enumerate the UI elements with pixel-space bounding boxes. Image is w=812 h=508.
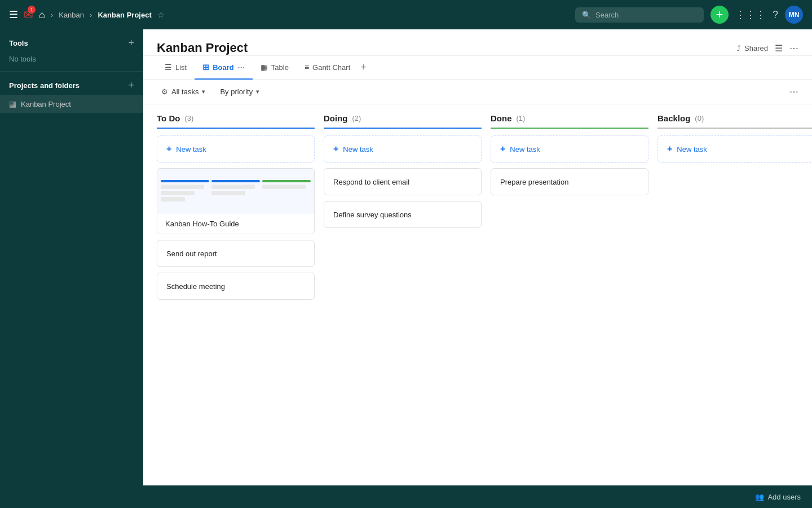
gantt-tab-icon: ≡ <box>304 63 309 72</box>
column-done-header: Done (1) <box>491 113 648 129</box>
column-todo: To Do (3) + New task <box>157 113 315 305</box>
tabs-bar: ☰ List ⊞ Board ⋯ ▦ Table ≡ Gantt Chart + <box>143 56 812 80</box>
tools-section-header: Tools + <box>0 29 143 52</box>
card-define-survey[interactable]: Define survey questions <box>324 201 482 228</box>
column-done-title: Done <box>491 113 512 123</box>
column-doing-header: Doing (2) <box>324 113 482 129</box>
tools-empty-label: No tools <box>0 52 143 71</box>
mail-badge[interactable]: ✉ 1 <box>24 8 33 21</box>
home-icon[interactable]: ⌂ <box>39 9 45 21</box>
column-doing-count: (2) <box>352 114 361 122</box>
kanban-board: To Do (3) + New task <box>143 104 812 485</box>
filter-label: All tasks <box>171 87 198 96</box>
tab-table[interactable]: ▦ Table <box>253 56 297 80</box>
project-icon: ▦ <box>9 99 16 108</box>
top-navigation: ☰ ✉ 1 ⌂ › Kanban › Kanban Project ☆ 🔍 + … <box>0 0 812 29</box>
new-task-todo[interactable]: + New task <box>157 135 315 163</box>
toolbar-more-icon[interactable]: ⋯ <box>789 86 798 97</box>
new-task-backlog[interactable]: + New task <box>657 135 812 163</box>
search-bar[interactable]: 🔍 <box>575 7 704 23</box>
column-todo-count: (3) <box>184 114 193 122</box>
card-define-survey-title: Define survey questions <box>333 211 412 219</box>
card-respond-client-email-title: Respond to client email <box>333 178 409 186</box>
new-task-done-label: New task <box>510 145 540 154</box>
tab-list[interactable]: ☰ List <box>157 56 195 80</box>
column-backlog-count: (0) <box>695 114 704 122</box>
search-icon: 🔍 <box>582 11 591 19</box>
tools-add-button[interactable]: + <box>128 37 134 49</box>
projects-section-header: Projects and folders + <box>0 72 143 95</box>
project-title: Kanban Project <box>157 41 248 55</box>
new-task-done[interactable]: + New task <box>491 135 648 163</box>
new-task-done-plus-icon: + <box>500 144 505 154</box>
column-doing: Doing (2) + New task Respond to client e… <box>324 113 482 234</box>
column-doing-title: Doing <box>324 113 348 123</box>
new-task-todo-label: New task <box>176 145 206 154</box>
tab-gantt-label: Gantt Chart <box>312 63 350 72</box>
column-backlog: Backlog (0) + New task <box>657 113 812 168</box>
sort-label: By priority <box>220 87 253 96</box>
new-task-doing[interactable]: + New task <box>324 135 482 163</box>
pin-icon[interactable]: ☆ <box>157 10 165 19</box>
sidebar-item-kanban-project[interactable]: ▦ Kanban Project <box>0 95 143 113</box>
sidebar: Tools + No tools Projects and folders + … <box>0 29 143 485</box>
share-icon: ⤴ <box>737 44 741 52</box>
filter-icon: ⚙ <box>161 87 168 96</box>
card-send-out-report[interactable]: Send out report <box>157 240 315 267</box>
new-task-backlog-plus-icon: + <box>667 144 672 154</box>
breadcrumb-sep-1: › <box>51 11 53 19</box>
card-schedule-meeting[interactable]: Schedule meeting <box>157 273 315 300</box>
bottom-bar: 👥 Add users <box>0 485 812 508</box>
tab-board-label: Board <box>213 63 234 72</box>
topnav-left: ☰ ✉ 1 ⌂ › Kanban › Kanban Project ☆ <box>9 8 568 21</box>
tab-gantt[interactable]: ≡ Gantt Chart <box>297 56 358 80</box>
tab-table-label: Table <box>271 63 289 72</box>
shared-button[interactable]: ⤴ Shared <box>737 44 768 52</box>
column-done: Done (1) + New task Prepare presentation <box>491 113 648 201</box>
avatar[interactable]: MN <box>785 6 803 24</box>
project-header: Kanban Project ⤴ Shared ☰ ⋯ <box>143 29 812 56</box>
projects-add-button[interactable]: + <box>128 80 134 91</box>
new-task-doing-plus-icon: + <box>333 144 338 154</box>
card-prepare-presentation[interactable]: Prepare presentation <box>491 168 648 195</box>
main-content: Kanban Project ⤴ Shared ☰ ⋯ ☰ List ⊞ Boa… <box>143 29 812 485</box>
sort-button[interactable]: By priority ▾ <box>215 85 264 98</box>
new-task-doing-label: New task <box>343 145 373 154</box>
list-tab-icon: ☰ <box>165 63 172 72</box>
tab-board[interactable]: ⊞ Board ⋯ <box>195 56 253 80</box>
toolbar: ⚙ All tasks ▾ By priority ▾ ⋯ <box>143 80 812 104</box>
column-done-count: (1) <box>517 114 526 122</box>
mail-count-badge: 1 <box>28 6 36 14</box>
breadcrumb-sep-2: › <box>90 11 92 19</box>
add-button[interactable]: + <box>710 6 729 24</box>
card-send-out-report-title: Send out report <box>166 249 217 258</box>
search-input[interactable] <box>595 11 697 19</box>
projects-title: Projects and folders <box>9 81 80 90</box>
apps-grid-icon[interactable]: ⋮⋮⋮ <box>735 8 766 21</box>
hamburger-icon[interactable]: ☰ <box>9 8 18 21</box>
more-icon[interactable]: ⋯ <box>789 43 798 54</box>
shared-label: Shared <box>744 44 768 52</box>
new-task-plus-icon: + <box>166 144 171 154</box>
add-users-button[interactable]: 👥 Add users <box>755 493 801 501</box>
card-thumbnail <box>157 169 314 214</box>
tab-list-label: List <box>175 63 187 72</box>
board-tab-icon: ⊞ <box>202 63 209 72</box>
topnav-right: 🔍 + ⋮⋮⋮ ? MN <box>575 6 803 24</box>
new-task-backlog-label: New task <box>677 145 707 154</box>
breadcrumb-kanban[interactable]: Kanban <box>59 11 84 19</box>
filter-button[interactable]: ⚙ All tasks ▾ <box>157 85 210 98</box>
help-icon[interactable]: ? <box>773 9 778 21</box>
card-kanban-title: Kanban How-To Guide <box>157 214 314 234</box>
card-respond-client-email[interactable]: Respond to client email <box>324 168 482 195</box>
card-kanban-how-to[interactable]: Kanban How-To Guide <box>157 168 315 234</box>
note-icon[interactable]: ☰ <box>775 43 783 54</box>
breadcrumb-current: Kanban Project <box>98 11 151 19</box>
column-todo-title: To Do <box>157 113 180 123</box>
project-header-actions: ⤴ Shared ☰ ⋯ <box>737 43 798 54</box>
add-users-icon: 👥 <box>755 493 764 501</box>
add-tab-button[interactable]: + <box>360 62 367 73</box>
board-tab-more[interactable]: ⋯ <box>237 63 245 72</box>
sidebar-item-label: Kanban Project <box>21 100 71 108</box>
layout: Tools + No tools Projects and folders + … <box>0 29 812 485</box>
